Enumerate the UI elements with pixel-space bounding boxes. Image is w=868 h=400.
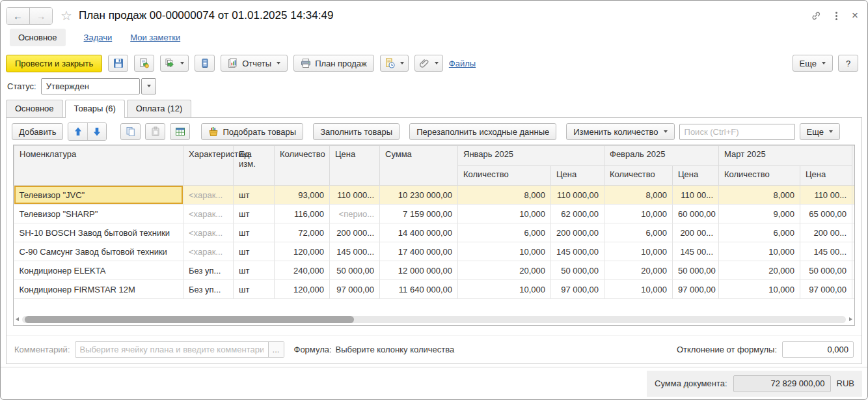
status-value[interactable]: Утвержден [41,78,140,94]
cell-m1_price[interactable]: 145 000,00 [551,242,604,261]
cell-qty[interactable]: 72,000 [275,223,330,242]
cell-characteristic[interactable]: Без уп... [183,261,234,280]
forward-button[interactable]: → [29,8,52,24]
cell-m3_price[interactable]: 97 000,00 [800,280,852,299]
cell-nomenclature[interactable]: Телевизор "SHARP" [14,205,183,223]
cell-m2_price[interactable]: 97 000,00 [673,280,719,299]
comment-input[interactable] [75,342,268,357]
table-settings-button[interactable] [170,123,190,140]
nav-link-notes[interactable]: Мои заметки [130,33,180,42]
cell-m3_price[interactable]: 145 00... [800,242,852,261]
create-based-on-button[interactable] [380,55,409,72]
cell-m3_price[interactable]: 110 00... [800,186,852,205]
cell-m2_qty[interactable]: 6,000 [604,223,673,242]
move-down-button[interactable] [87,123,106,140]
more-button[interactable]: Еще [793,55,833,72]
cell-unit[interactable]: шт [234,223,275,242]
cell-sum[interactable]: 11 640 000,00 [380,280,458,299]
cell-m2_qty[interactable]: 10,000 [604,242,673,261]
tab-main[interactable]: Основное [6,100,63,117]
cell-m2_price[interactable]: 60 000,00 [673,205,719,223]
cell-nomenclature[interactable]: Телевизор "JVC" [14,186,183,205]
add-row-button[interactable]: Добавить [12,123,63,140]
col-group-mar[interactable]: Март 2025 [719,146,852,166]
cell-m3_qty[interactable]: 10,000 [719,280,800,299]
cell-unit[interactable]: шт [234,205,275,223]
cell-unit[interactable]: шт [234,261,275,280]
cell-m1_qty[interactable]: 8,000 [458,186,551,205]
files-link[interactable]: Файлы [449,59,476,68]
cell-m1_price[interactable]: 62 000,00 [551,205,604,223]
search-input[interactable] [680,124,804,139]
cell-nomenclature[interactable]: Кондиционер FIRMSTAR 12M [14,280,183,299]
register-records-button[interactable] [195,55,215,72]
col-header-characteristic[interactable]: Характеристика [183,146,234,186]
cell-m3_price[interactable]: 200 00... [800,223,852,242]
scrollbar-track[interactable] [22,316,846,323]
status-dropdown-button[interactable] [141,78,156,94]
cell-m1_price[interactable]: 200 000,00 [551,223,604,242]
post-button[interactable] [134,55,154,72]
cell-m3_price[interactable]: 65 000,00 [800,205,852,223]
col-header-qty[interactable]: Количество [275,146,330,186]
cell-m1_qty[interactable]: 10,000 [458,280,551,299]
cell-price[interactable]: 145 000... [330,242,380,261]
table-row[interactable]: Телевизор "SHARP"<харак...шт116,000<пери… [14,205,856,223]
col-header-feb-qty[interactable]: Количество [604,166,673,186]
cell-m2_price[interactable]: 200 00... [673,223,719,242]
scroll-right-icon[interactable] [849,317,852,321]
cell-characteristic[interactable]: Без уп... [183,280,234,299]
cell-sum[interactable]: 10 230 000,00 [380,186,458,205]
cell-m2_qty[interactable]: 8,000 [604,186,673,205]
cell-m1_price[interactable]: 110 000,00 [551,186,604,205]
favorite-star-icon[interactable]: ☆ [61,8,72,23]
fill-goods-button[interactable]: Заполнить товары [313,123,400,140]
table-row[interactable]: С-90 Самсунг Завод бытовой техники<харак… [14,242,856,261]
cell-m1_qty[interactable]: 6,000 [458,223,551,242]
cell-price[interactable]: <перио... [330,205,380,223]
table-row[interactable]: Кондиционер FIRMSTAR 12MБез уп...шт120,0… [14,280,856,299]
col-header-unit[interactable]: Ед. изм. [234,146,275,186]
cell-price[interactable]: 110 000... [330,186,380,205]
col-header-mar-price[interactable]: Цена [800,166,852,186]
refill-source-button[interactable]: Перезаполнить исходные данные [409,123,556,140]
cell-m2_qty[interactable]: 20,000 [604,261,673,280]
deviation-input[interactable] [782,341,854,358]
cell-sum[interactable]: 14 400 000,00 [380,223,458,242]
cell-m2_price[interactable]: 110 00... [673,186,719,205]
col-group-feb[interactable]: Февраль 2025 [604,146,719,166]
cell-m3_qty[interactable]: 20,000 [719,261,800,280]
horizontal-scrollbar[interactable] [16,316,852,323]
cell-sum[interactable]: 7 159 000,00 [380,205,458,223]
cell-m3_qty[interactable]: 6,000 [719,223,800,242]
col-header-sum[interactable]: Сумма [380,146,458,186]
cell-m2_price[interactable]: 50 000,00 [673,261,719,280]
move-up-button[interactable] [68,123,87,140]
cell-nomenclature[interactable]: Кондиционер ELEKTA [14,261,183,280]
cell-nomenclature[interactable]: SH-10 BOSCH Завод бытовой техники [14,223,183,242]
change-qty-button[interactable]: Изменить количество [566,123,674,140]
col-header-jan-price[interactable]: Цена [551,166,604,186]
total-value-field[interactable] [733,375,831,392]
cell-characteristic[interactable]: <харак... [183,186,234,205]
pick-goods-button[interactable]: Подобрать товары [201,123,303,140]
cell-m3_price[interactable]: 50 000,00 [800,261,852,280]
cell-m1_qty[interactable]: 20,000 [458,261,551,280]
scrollbar-thumb[interactable] [25,316,354,323]
more-menu-icon[interactable] [835,12,837,20]
print-plan-button[interactable]: План продаж [293,55,374,72]
cell-m3_qty[interactable]: 9,000 [719,205,800,223]
cell-sum[interactable]: 12 000 000,00 [380,261,458,280]
cell-qty[interactable]: 240,000 [275,261,330,280]
comment-ellipsis-button[interactable]: ... [268,342,284,357]
cell-unit[interactable]: шт [234,280,275,299]
cell-m1_price[interactable]: 50 000,00 [551,261,604,280]
col-header-feb-price[interactable]: Цена [673,166,719,186]
cell-m3_qty[interactable]: 8,000 [719,186,800,205]
cell-characteristic[interactable]: <харак... [183,205,234,223]
close-icon[interactable]: × [852,9,858,22]
get-link-icon[interactable] [811,10,821,21]
cell-m2_qty[interactable]: 10,000 [604,205,673,223]
cell-m1_qty[interactable]: 10,000 [458,205,551,223]
post-and-close-button[interactable]: Провести и закрыть [6,55,102,72]
